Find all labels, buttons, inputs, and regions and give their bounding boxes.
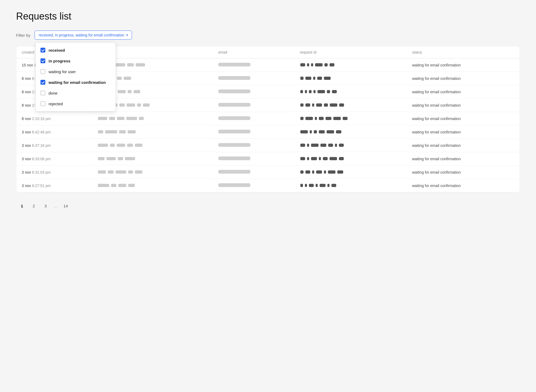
filter-row: Filter by received, in progress, waiting… xyxy=(16,31,520,40)
table-row[interactable]: 8 nov 2:10:16 pmwaiting for email confir… xyxy=(16,112,520,125)
cell-request-id xyxy=(294,152,407,165)
blurred-id-segment xyxy=(336,130,341,133)
dropdown-item-in-progress[interactable]: in progress xyxy=(36,55,116,66)
blurred-name-segment xyxy=(128,170,133,174)
cell-name xyxy=(92,152,213,165)
time-part: 6:42:48 pm xyxy=(32,130,51,134)
dropdown-item-label-received: received xyxy=(49,48,65,53)
dropdown-item-received[interactable]: received xyxy=(36,45,116,55)
cell-datetime: 3 nov 6:37:16 pm xyxy=(16,139,92,152)
table-row[interactable]: 3 nov 6:27:51 pmwaiting for email confir… xyxy=(16,179,520,192)
blurred-id-segment xyxy=(343,117,348,120)
date-part: 8 nov xyxy=(22,103,31,107)
blurred-id-segment xyxy=(315,63,323,66)
blurred-id-segment xyxy=(300,170,304,174)
blurred-id-segment xyxy=(305,103,310,107)
blurred-name-segment xyxy=(135,144,142,147)
blurred-id-segment xyxy=(300,103,304,107)
blurred-id-segment xyxy=(339,144,344,147)
blurred-name-segment xyxy=(128,184,135,187)
dropdown-item-label-rejected: rejected xyxy=(49,102,63,106)
table-row[interactable]: 3 nov 6:33:06 pmwaiting for email confir… xyxy=(16,152,520,166)
blurred-name-segment xyxy=(114,63,125,66)
blurred-id-segment xyxy=(300,184,303,187)
blurred-id-segment xyxy=(328,144,333,147)
dropdown-item-done[interactable]: done xyxy=(36,88,116,98)
blurred-id-segment xyxy=(337,170,343,174)
pagination-page-14[interactable]: 14 xyxy=(61,201,71,211)
blurred-id-segment xyxy=(300,130,308,133)
blurred-id-segment xyxy=(300,157,305,160)
blurred-name-segment xyxy=(98,184,109,187)
blurred-name-segment xyxy=(117,144,125,147)
blurred-id-segment xyxy=(307,157,309,160)
page-title: Requests list xyxy=(16,11,520,22)
blurred-name-segment xyxy=(116,170,126,174)
blurred-id-segment xyxy=(327,90,330,93)
dropdown-item-rejected[interactable]: rejected xyxy=(36,98,116,109)
blurred-name-segment xyxy=(98,144,108,147)
blurred-id-segment xyxy=(327,130,334,133)
blurred-id-segment xyxy=(311,157,317,160)
cell-request-id xyxy=(294,125,407,139)
checkbox-rejected xyxy=(40,101,45,106)
cell-email xyxy=(213,166,294,179)
dropdown-item-label-waiting-for-user: waiting for user xyxy=(49,69,76,74)
blurred-id-segment xyxy=(319,117,324,120)
blurred-id-segment xyxy=(310,130,312,133)
cell-email xyxy=(213,58,294,72)
date-part: 3 nov xyxy=(22,130,31,134)
blurred-name-segment xyxy=(110,144,115,147)
filter-dropdown-button[interactable]: received, in progress, waiting for email… xyxy=(35,31,132,40)
cell-datetime: 8 nov 2:10:16 pm xyxy=(16,112,92,125)
blurred-name-segment xyxy=(98,157,105,160)
cell-status: waiting for email confirmation xyxy=(407,166,520,179)
blurred-id-segment xyxy=(300,144,305,147)
pagination-page-2[interactable]: 2 xyxy=(29,201,39,211)
blurred-name-segment xyxy=(134,90,140,93)
blurred-id-segment xyxy=(339,103,344,107)
date-part: 8 nov xyxy=(22,117,31,121)
pagination-page-1[interactable]: 1 xyxy=(17,201,27,211)
blurred-name-segment xyxy=(143,103,150,107)
pagination-page-3[interactable]: 3 xyxy=(41,201,50,211)
blurred-id-segment xyxy=(328,170,335,174)
checkbox-received xyxy=(40,48,45,53)
cell-email xyxy=(213,152,294,166)
blurred-id-segment xyxy=(330,103,337,107)
cell-request-id xyxy=(294,112,407,125)
blurred-id-segment xyxy=(312,170,314,174)
blurred-email-block xyxy=(218,170,250,174)
filter-button-text: received, in progress, waiting for email… xyxy=(39,33,124,37)
blurred-id-segment xyxy=(307,144,309,147)
date-part: 8 nov xyxy=(22,76,31,81)
table-row[interactable]: 3 nov 6:37:16 pmwaiting for email confir… xyxy=(16,139,520,152)
blurred-id-segment xyxy=(309,90,312,93)
cell-email xyxy=(213,72,294,85)
blurred-id-segment xyxy=(309,184,314,187)
column-header-request-id: request id xyxy=(294,46,407,58)
cell-name xyxy=(92,112,213,125)
cell-status: waiting for email confirmation xyxy=(407,85,520,99)
blurred-email-block xyxy=(218,143,250,147)
blurred-id-segment xyxy=(324,63,328,66)
dropdown-item-waiting-for-email[interactable]: waiting for email confirmation xyxy=(36,77,116,88)
cell-name xyxy=(92,166,213,179)
table-row[interactable]: 3 nov 6:31:03 pmwaiting for email confir… xyxy=(16,166,520,179)
blurred-id-segment xyxy=(324,77,331,80)
pagination-ellipsis: … xyxy=(53,204,59,208)
blurred-name-segment xyxy=(118,157,123,160)
blurred-name-segment xyxy=(119,130,126,133)
blurred-id-segment xyxy=(300,63,305,66)
blurred-id-segment xyxy=(316,103,322,107)
blurred-name-segment xyxy=(117,77,122,80)
cell-status: waiting for email confirmation xyxy=(407,99,520,112)
blurred-id-segment xyxy=(312,103,314,107)
cell-status: waiting for email confirmation xyxy=(407,179,520,192)
blurred-id-segment xyxy=(333,117,341,120)
date-part: 15 nov xyxy=(22,63,33,67)
column-header-email: email xyxy=(213,46,294,58)
table-row[interactable]: 3 nov 6:42:48 pmwaiting for email confir… xyxy=(16,125,520,139)
dropdown-item-waiting-for-user[interactable]: waiting for user xyxy=(36,66,116,77)
cell-status: waiting for email confirmation xyxy=(407,152,520,166)
